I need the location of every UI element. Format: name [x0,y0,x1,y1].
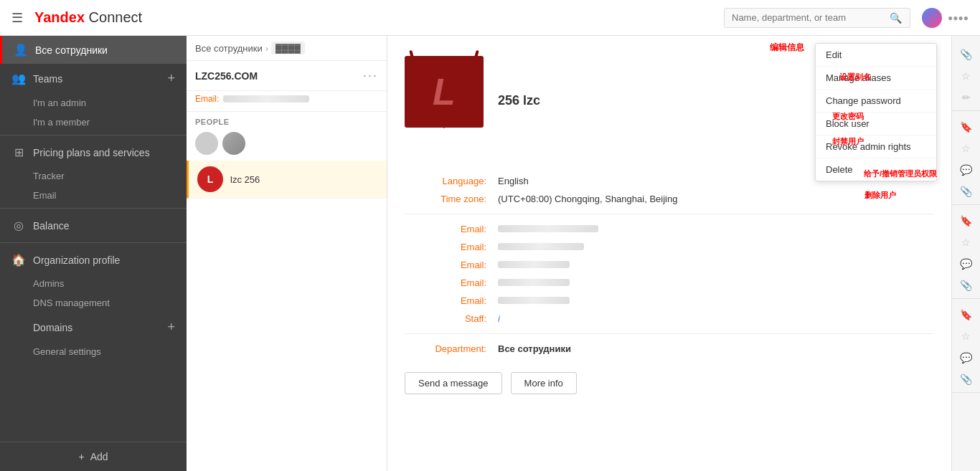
sidebar-label-teams: Teams [33,73,160,85]
email-row-4: Email: [405,274,934,292]
breadcrumb-current: ▓▓▓▓ [271,42,305,54]
sidebar-item-tracker[interactable]: Tracker [0,166,187,186]
staff-label: Staff: [405,313,498,324]
domains-add-icon[interactable]: + [167,320,175,335]
sidebar-item-org-profile[interactable]: 🏠 Organization profile [0,246,187,274]
email-label-4: Email: [405,277,498,288]
breadcrumb: Все сотрудники › ▓▓▓▓ [187,36,387,61]
right-icon-clip-3[interactable]: 📎 [953,275,979,295]
sidebar-item-admin[interactable]: I'm an admin [0,93,187,113]
person-avatar-2[interactable] [222,132,245,155]
email-row-5: Email: [405,292,934,310]
email-label-1: Email: [405,224,498,234]
add-button[interactable]: + Add [11,451,175,462]
context-menu-block-user[interactable]: Block user [816,113,936,135]
right-icon-star-1[interactable]: ☆ [953,66,979,86]
staff-row: Staff: i [405,310,934,328]
person-initial: L [207,173,214,185]
right-icon-clip-2[interactable]: 📎 [953,181,979,201]
department-value: Все сотрудники [498,343,571,354]
app-header: ☰ Yandex Connect 🔍 ●●●● [0,0,980,36]
people-avatars [187,129,387,161]
org-header: LZC256.COM ··· [187,61,387,91]
sidebar-label-all-employees: Все сотрудники [35,44,175,56]
add-icon: + [78,451,84,462]
sidebar-item-domains[interactable]: Domains + [0,313,187,342]
timezone-value: (UTC+08:00) Chongqing, Shanghai, Beijing [498,194,677,204]
sidebar-item-admins[interactable]: Admins [0,274,187,293]
sidebar-label-pricing: Pricing plans and services [33,147,175,158]
avatar[interactable] [922,8,942,28]
pricing-icon: ⊞ [11,146,26,159]
staff-value: i [498,313,500,324]
email-field-value-blur [223,95,309,103]
sidebar-label-domains: Domains [33,322,160,333]
right-icon-chat-3[interactable]: 💬 [953,348,979,368]
sidebar-item-pricing[interactable]: ⊞ Pricing plans and services [0,138,187,166]
right-icon-bookmark-1[interactable]: 🔖 [953,117,979,137]
more-info-button[interactable]: More info [511,372,577,394]
person-avatar-1[interactable] [195,132,218,155]
email-label-2: Email: [405,242,498,252]
send-message-button[interactable]: Send a message [405,372,502,394]
sidebar-item-dns[interactable]: DNS management [0,293,187,313]
context-menu: Edit Manage aliases Change password Bloc… [815,43,937,181]
logo-area: ☰ Yandex Connect [11,9,142,26]
person-name: lzc 256 [230,174,260,185]
org-name: LZC256.COM [195,70,258,82]
user-avatar-area: ●●●● [922,8,969,28]
context-menu-delete[interactable]: Delete [816,158,936,181]
sidebar-label-balance: Balance [33,220,175,232]
sidebar-item-email[interactable]: Email [0,186,187,205]
teams-add-icon[interactable]: + [167,71,175,86]
banner-letter: L [433,70,456,113]
language-value: English [498,176,529,186]
department-label: Department: [405,343,498,354]
search-icon: 🔍 [890,12,902,24]
email-label-5: Email: [405,295,498,306]
right-icon-edit-1[interactable]: ✏ [953,87,979,108]
right-icon-clip-1[interactable]: 📎 [953,44,979,65]
profile-banner-area: L [405,50,484,158]
sidebar-label-org: Organization profile [33,254,175,266]
sidebar-item-teams[interactable]: 👥 Teams + [0,64,187,93]
timezone-label: Time zone: [405,194,498,204]
org-icon: 🏠 [11,253,26,267]
context-menu-edit[interactable]: Edit [816,44,936,67]
app-logo: Yandex Connect [34,9,142,26]
breadcrumb-sep: › [265,43,268,54]
hamburger-icon[interactable]: ☰ [11,10,23,26]
list-item[interactable]: L lzc 256 [187,161,387,199]
sidebar-item-balance[interactable]: ◎ Balance [0,211,187,239]
logo-yandex: Yandex [34,9,85,25]
right-icon-chat-1[interactable]: 💬 [953,160,979,180]
right-icon-star-2[interactable]: ☆ [953,138,979,158]
email-row-2: Email: [405,238,934,256]
right-icon-star-3[interactable]: ☆ [953,232,979,252]
search-box[interactable]: 🔍 [724,8,910,28]
email-value-1 [498,225,598,232]
language-label: Language: [405,176,498,186]
balance-icon: ◎ [11,219,26,232]
breadcrumb-root[interactable]: Все сотрудники [195,43,263,54]
sidebar-item-member[interactable]: I'm a member [0,113,187,132]
email-label-3: Email: [405,260,498,270]
org-options-icon[interactable]: ··· [363,68,378,83]
context-menu-change-password[interactable]: Change password [816,90,936,113]
right-icon-star-4[interactable]: ☆ [953,326,979,346]
search-input[interactable] [732,12,890,23]
action-buttons: Send a message More info [405,372,934,394]
sidebar-item-general-settings[interactable]: General settings [0,342,187,361]
context-menu-manage-aliases[interactable]: Manage aliases [816,67,936,90]
person-list: L lzc 256 [187,161,387,471]
email-value-5 [498,297,570,304]
right-icon-chat-2[interactable]: 💬 [953,254,979,274]
sidebar-item-all-employees[interactable]: 👤 Все сотрудники [0,36,187,64]
right-icon-clip-4[interactable]: 📎 [953,369,979,389]
department-row: Department: Все сотрудники [405,340,934,358]
right-icon-bookmark-3[interactable]: 🔖 [953,305,979,325]
fields-section: Language: English Time zone: (UTC+08:00)… [405,172,934,358]
right-icon-group-2: 🔖 ☆ 💬 📎 [952,114,980,205]
context-menu-revoke-admin[interactable]: Revoke admin rights [816,135,936,158]
right-icon-bookmark-2[interactable]: 🔖 [953,211,979,231]
